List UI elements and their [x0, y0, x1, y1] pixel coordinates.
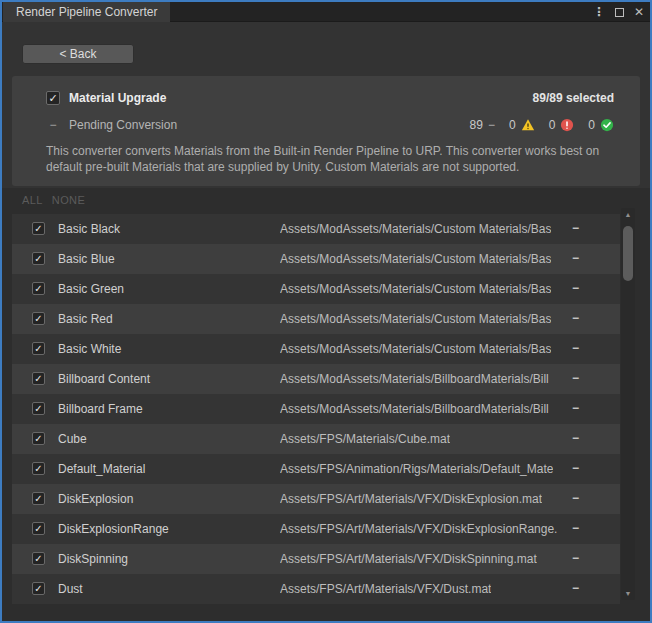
success-icon: [600, 118, 614, 132]
list-row[interactable]: ✓Basic BlueAssets/ModAssets/Materials/Cu…: [12, 244, 620, 274]
success-count: 0: [588, 118, 595, 132]
check-icon: ✓: [34, 314, 42, 324]
material-path: Assets/FPS/Art/Materials/VFX/DiskExplosi…: [280, 492, 542, 506]
foldout-dash-icon: −: [46, 118, 60, 132]
selection-shortcuts: ALLNONE: [22, 194, 94, 206]
row-pending-dash-icon: −: [572, 401, 579, 415]
row-checkbox[interactable]: ✓: [32, 432, 45, 445]
list-row[interactable]: ✓Billboard FrameAssets/ModAssets/Materia…: [12, 394, 620, 424]
check-icon: ✓: [34, 554, 42, 564]
row-checkbox[interactable]: ✓: [32, 402, 45, 415]
row-pending-dash-icon: −: [572, 341, 579, 355]
material-path: Assets/FPS/Art/Materials/VFX/Dust.mat: [280, 582, 491, 596]
material-path: Assets/FPS/Art/Materials/VFX/DiskSpinnin…: [280, 552, 537, 566]
maximize-icon[interactable]: [615, 8, 624, 17]
material-path: Assets/FPS/Art/Materials/VFX/DiskExplosi…: [280, 522, 557, 536]
row-checkbox[interactable]: ✓: [32, 252, 45, 265]
row-checkbox[interactable]: ✓: [32, 342, 45, 355]
check-icon: ✓: [34, 224, 42, 234]
material-name: Default_Material: [58, 462, 145, 476]
scroll-thumb[interactable]: [623, 226, 633, 281]
row-checkbox[interactable]: ✓: [32, 582, 45, 595]
render-pipeline-converter-window: Render Pipeline Converter ⋮ ✕ < Back ✓ M…: [0, 0, 652, 623]
list-row[interactable]: ✓DiskExplosionRangeAssets/FPS/Art/Materi…: [12, 514, 620, 544]
list-row[interactable]: ✓Basic RedAssets/ModAssets/Materials/Cus…: [12, 304, 620, 334]
row-pending-dash-icon: −: [572, 311, 579, 325]
list-row[interactable]: ✓DiskExplosionAssets/FPS/Art/Materials/V…: [12, 484, 620, 514]
check-icon: ✓: [34, 404, 42, 414]
list-row[interactable]: ✓DiskSpinningAssets/FPS/Art/Materials/VF…: [12, 544, 620, 574]
list-row[interactable]: ✓Basic WhiteAssets/ModAssets/Materials/C…: [12, 334, 620, 364]
material-name: DiskSpinning: [58, 552, 128, 566]
check-icon: ✓: [48, 93, 57, 104]
row-checkbox[interactable]: ✓: [32, 492, 45, 505]
row-checkbox[interactable]: ✓: [32, 552, 45, 565]
all-button[interactable]: ALL: [22, 194, 43, 206]
warning-icon: [521, 118, 535, 132]
material-list: ✓Basic BlackAssets/ModAssets/Materials/C…: [12, 214, 620, 604]
pending-conversion-row[interactable]: − Pending Conversion 89 − 0 0: [46, 118, 614, 132]
window-title: Render Pipeline Converter: [16, 5, 157, 19]
row-pending-dash-icon: −: [572, 551, 579, 565]
material-path: Assets/ModAssets/Materials/Custom Materi…: [280, 312, 551, 326]
scroll-up-icon[interactable]: ▲: [621, 208, 635, 221]
pending-count: 89: [470, 118, 483, 132]
check-icon: ✓: [34, 344, 42, 354]
close-icon[interactable]: ✕: [634, 5, 644, 19]
material-name: Basic White: [58, 342, 121, 356]
material-list-section: ALLNONE ✓Basic BlackAssets/ModAssets/Mat…: [2, 188, 650, 621]
converter-description: This converter converts Materials from t…: [46, 143, 618, 175]
converter-checkbox[interactable]: ✓: [46, 91, 60, 105]
material-path: Assets/ModAssets/Materials/Custom Materi…: [280, 222, 551, 236]
pending-conversion-label: Pending Conversion: [69, 118, 177, 132]
kebab-menu-icon[interactable]: ⋮: [593, 5, 605, 19]
list-row[interactable]: ✓Basic BlackAssets/ModAssets/Materials/C…: [12, 214, 620, 244]
warning-count: 0: [509, 118, 516, 132]
list-row[interactable]: ✓Billboard ContentAssets/ModAssets/Mater…: [12, 364, 620, 394]
scrollbar[interactable]: ▲ ▼: [621, 208, 635, 600]
row-checkbox[interactable]: ✓: [32, 282, 45, 295]
material-name: DiskExplosionRange: [58, 522, 169, 536]
material-name: Basic Black: [58, 222, 120, 236]
material-name: Basic Red: [58, 312, 113, 326]
check-icon: ✓: [34, 494, 42, 504]
list-row[interactable]: ✓CubeAssets/FPS/Materials/Cube.mat−: [12, 424, 620, 454]
check-icon: ✓: [34, 464, 42, 474]
check-icon: ✓: [34, 254, 42, 264]
check-icon: ✓: [34, 434, 42, 444]
status-counts: 89 − 0 0 0: [470, 118, 614, 132]
list-row[interactable]: ✓Basic GreenAssets/ModAssets/Materials/C…: [12, 274, 620, 304]
material-path: Assets/ModAssets/Materials/BillboardMate…: [280, 402, 549, 416]
converter-title: Material Upgrade: [69, 91, 166, 105]
titlebar: Render Pipeline Converter ⋮ ✕: [2, 2, 650, 22]
row-pending-dash-icon: −: [572, 371, 579, 385]
tab-render-pipeline-converter[interactable]: Render Pipeline Converter: [3, 2, 170, 22]
material-name: Dust: [58, 582, 83, 596]
row-pending-dash-icon: −: [572, 581, 579, 595]
material-path: Assets/ModAssets/Materials/Custom Materi…: [280, 252, 551, 266]
material-path: Assets/ModAssets/Materials/Custom Materi…: [280, 282, 551, 296]
row-pending-dash-icon: −: [572, 491, 579, 505]
window-controls: ⋮ ✕: [593, 2, 644, 22]
list-row[interactable]: ✓Default_MaterialAssets/FPS/Animation/Ri…: [12, 454, 620, 484]
scroll-down-icon[interactable]: ▼: [621, 587, 635, 600]
row-checkbox[interactable]: ✓: [32, 522, 45, 535]
list-row[interactable]: ✓DustAssets/FPS/Art/Materials/VFX/Dust.m…: [12, 574, 620, 604]
material-name: Basic Green: [58, 282, 124, 296]
none-button[interactable]: NONE: [52, 194, 85, 206]
row-pending-dash-icon: −: [572, 431, 579, 445]
row-checkbox[interactable]: ✓: [32, 222, 45, 235]
back-button[interactable]: < Back: [22, 44, 134, 64]
material-path: Assets/FPS/Materials/Cube.mat: [280, 432, 450, 446]
check-icon: ✓: [34, 524, 42, 534]
row-pending-dash-icon: −: [572, 521, 579, 535]
row-checkbox[interactable]: ✓: [32, 462, 45, 475]
check-icon: ✓: [34, 374, 42, 384]
material-path: Assets/ModAssets/Materials/BillboardMate…: [280, 372, 549, 386]
row-pending-dash-icon: −: [572, 281, 579, 295]
converter-panel[interactable]: ✓ Material Upgrade 89/89 selected − Pend…: [12, 76, 640, 186]
row-pending-dash-icon: −: [572, 251, 579, 265]
error-icon: [560, 118, 574, 132]
row-checkbox[interactable]: ✓: [32, 372, 45, 385]
row-checkbox[interactable]: ✓: [32, 312, 45, 325]
